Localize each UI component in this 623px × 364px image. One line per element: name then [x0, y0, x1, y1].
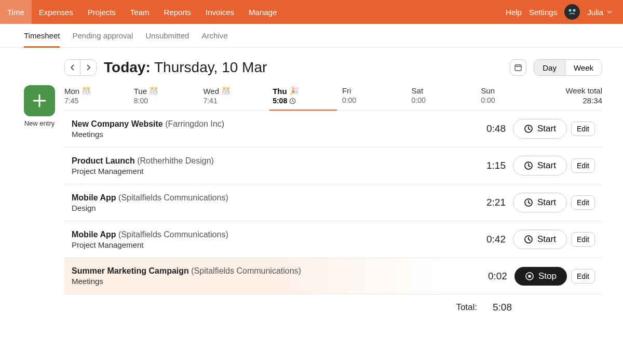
day-col-sun[interactable]: Sun0:00 [481, 83, 550, 110]
entry-client: (Spitalfields Communications) [191, 266, 301, 275]
time-entry: Summer Marketing Campaign (Spitalfields … [64, 258, 602, 294]
entry-project: New Company Website [72, 119, 163, 128]
entry-duration: 2:21 [475, 197, 506, 208]
entry-task: Meetings [72, 130, 475, 139]
day-col-wed[interactable]: Wed 🎊7:41 [203, 83, 273, 110]
entry-task: Project Management [72, 167, 475, 176]
time-entry: Mobile App (Spitalfields Communications)… [64, 184, 602, 221]
entry-project: Summer Marketing Campaign [72, 266, 189, 275]
day-time: 0:00 [342, 96, 412, 104]
entries-list: New Company Website (Farringdon Inc)Meet… [64, 111, 602, 294]
day-col-mon[interactable]: Mon 🎊7:45 [64, 83, 134, 110]
new-entry-label: New entry [24, 119, 55, 127]
day-total: Total: 5:08 [64, 294, 602, 313]
avatar[interactable] [564, 4, 580, 20]
day-name: Wed 🎊 [203, 86, 273, 96]
subnav-item-archive[interactable]: Archive [201, 24, 227, 47]
week-row: Mon 🎊7:45Tue 🎊8:00Wed 🎊7:41Thu 🎉5:08 Fri… [64, 83, 602, 111]
view-toggle: Day Week [534, 59, 602, 76]
total-value: 5:08 [493, 302, 512, 313]
total-label: Total: [456, 302, 477, 313]
week-total-value: 28:34 [550, 96, 602, 105]
start-button[interactable]: Start [513, 119, 567, 139]
day-col-thu[interactable]: Thu 🎉5:08 [273, 83, 342, 110]
top-nav-right: Help Settings Julia [506, 4, 613, 20]
entry-duration: 0:48 [475, 123, 506, 134]
edit-button[interactable]: Edit [571, 195, 595, 210]
date-nav-arrows [64, 59, 97, 76]
week-total-label: Week total [550, 86, 602, 95]
entry-duration: 0:02 [476, 271, 507, 282]
today-label: Today: [104, 59, 151, 75]
entry-client: (Rotherhithe Design) [137, 156, 214, 165]
day-time: 7:45 [64, 97, 134, 105]
calendar-button[interactable] [510, 59, 526, 76]
edit-button[interactable]: Edit [571, 122, 595, 136]
subnav-item-unsubmitted[interactable]: Unsubmitted [145, 24, 189, 47]
time-entry: Product Launch (Rotherhithe Design)Proje… [64, 147, 602, 184]
day-col-tue[interactable]: Tue 🎊8:00 [134, 83, 204, 110]
entry-duration: 0:42 [475, 234, 506, 245]
start-button[interactable]: Start [513, 193, 567, 212]
day-time: 5:08 [273, 97, 342, 105]
start-button[interactable]: Start [513, 230, 567, 249]
user-menu[interactable]: Julia [587, 8, 613, 17]
nav-item-reports[interactable]: Reports [157, 0, 199, 24]
subnav-item-timesheet[interactable]: Timesheet [24, 24, 60, 47]
day-name: Tue 🎊 [134, 86, 204, 96]
start-label: Start [537, 124, 556, 134]
edit-button[interactable]: Edit [571, 232, 595, 247]
help-link[interactable]: Help [506, 8, 522, 17]
stop-button[interactable]: Stop [514, 267, 567, 286]
stop-label: Stop [538, 271, 557, 281]
content: New entry Today: Thursday, 10 Mar Day [0, 48, 623, 334]
subnav-item-pending-approval[interactable]: Pending approval [72, 24, 133, 47]
time-entry: Mobile App (Spitalfields Communications)… [64, 221, 602, 258]
entry-info: Mobile App (Spitalfields Communications)… [72, 193, 475, 212]
day-time: 0:00 [412, 96, 481, 104]
nav-item-invoices[interactable]: Invoices [198, 0, 241, 24]
week-view-button[interactable]: Week [565, 60, 602, 75]
settings-link[interactable]: Settings [529, 8, 557, 17]
nav-item-manage[interactable]: Manage [241, 0, 284, 24]
next-day-button[interactable] [80, 60, 96, 75]
entry-project: Mobile App [72, 230, 116, 239]
entry-client: (Spitalfields Communications) [118, 230, 228, 239]
top-nav: TimeExpensesProjectsTeamReportsInvoicesM… [0, 0, 623, 24]
today-date: Thursday, 10 Mar [154, 59, 267, 75]
day-col-sat[interactable]: Sat0:00 [412, 83, 481, 110]
clock-icon [524, 235, 533, 244]
new-entry-button[interactable] [24, 85, 55, 116]
edit-button[interactable]: Edit [571, 158, 595, 173]
confetti-icon: 🎊 [82, 86, 91, 96]
time-entry: New Company Website (Farringdon Inc)Meet… [64, 111, 602, 147]
prev-day-button[interactable] [65, 60, 80, 75]
entry-task: Design [72, 204, 475, 212]
stop-icon [525, 272, 534, 281]
day-view-button[interactable]: Day [534, 60, 565, 75]
nav-item-projects[interactable]: Projects [80, 0, 123, 24]
entry-duration: 1:15 [475, 160, 506, 171]
start-label: Start [537, 160, 556, 171]
day-col-fri[interactable]: Fri0:00 [342, 83, 412, 110]
new-entry: New entry [24, 85, 55, 127]
day-name: Mon 🎊 [64, 86, 134, 96]
date-header: Today: Thursday, 10 Mar Day Week [64, 59, 602, 76]
start-label: Start [537, 197, 556, 208]
svg-point-1 [573, 9, 576, 12]
nav-item-time[interactable]: Time [0, 0, 32, 24]
week-total: Week total28:34 [550, 83, 602, 110]
entry-client: (Farringdon Inc) [165, 119, 224, 128]
nav-item-team[interactable]: Team [123, 0, 157, 24]
nav-item-expenses[interactable]: Expenses [32, 0, 80, 24]
svg-point-0 [569, 9, 572, 12]
day-name: Fri [342, 86, 412, 95]
page-title: Today: Thursday, 10 Mar [104, 59, 267, 76]
entry-project: Product Launch [72, 156, 135, 165]
edit-button[interactable]: Edit [571, 269, 595, 284]
entry-task: Project Management [72, 240, 475, 249]
confetti-icon: 🎊 [221, 86, 231, 96]
start-button[interactable]: Start [513, 156, 567, 176]
day-name: Sat [412, 86, 481, 95]
svg-rect-2 [515, 65, 521, 71]
